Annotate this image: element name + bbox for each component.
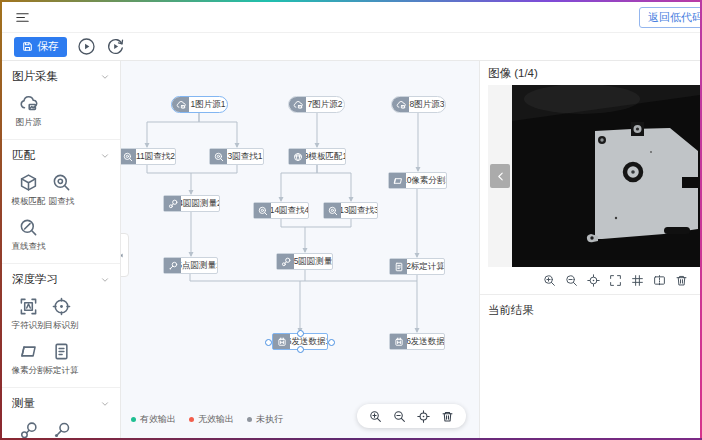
template-cube-icon: [19, 173, 38, 192]
flow-node-label: 14圆查找4: [271, 203, 308, 218]
image-grid-button[interactable]: [631, 274, 644, 287]
image-compare-button[interactable]: [653, 274, 666, 287]
image-zoom-in-button[interactable]: [543, 274, 556, 287]
line-find-icon: [19, 218, 38, 237]
tool-item-label: 模板匹配: [12, 196, 46, 208]
tool-item-label: 目标识别: [45, 320, 79, 332]
sidebar-section-title[interactable]: 匹配: [12, 148, 110, 163]
canvas-zoom-out-button[interactable]: [393, 410, 406, 423]
image-locate-button[interactable]: [587, 274, 600, 287]
delete-icon: [675, 274, 688, 287]
sidebar-collapse-handle[interactable]: [121, 233, 129, 277]
legend-item: 无效输出: [189, 413, 234, 426]
image-delete-button[interactable]: [675, 274, 688, 287]
flow-node[interactable]: 12标定计算1: [389, 258, 445, 275]
pixel-segment-icon: [393, 176, 403, 186]
image-fullscreen-button[interactable]: [609, 274, 622, 287]
node-handle[interactable]: [265, 339, 272, 346]
flow-node-label: 9模板匹配1: [306, 149, 345, 164]
sidebar-section-title[interactable]: 图片采集: [12, 69, 110, 84]
node-handle[interactable]: [297, 346, 304, 353]
tool-item-char-recognition[interactable]: 字符识别: [12, 297, 45, 332]
canvas-locate-button[interactable]: [417, 410, 430, 423]
image-compare-icon: [653, 274, 666, 287]
circle-find-icon: [324, 203, 341, 218]
canvas-delete-button[interactable]: [441, 410, 454, 423]
camera-image[interactable]: [512, 85, 700, 267]
calib-calc-icon: [52, 342, 71, 361]
circle-circle-measure-icon: [19, 421, 38, 438]
tool-item-template-cube[interactable]: 模板匹配: [12, 173, 45, 208]
sidebar-section-title[interactable]: 深度学习: [12, 272, 110, 287]
sidebar-section-title[interactable]: 测量: [12, 396, 110, 411]
flow-node[interactable]: 10像素分割1: [388, 172, 447, 189]
pixel-segment-icon: [389, 173, 406, 188]
flow-node[interactable]: 14圆查找4: [253, 202, 309, 219]
prev-image-button[interactable]: [490, 164, 510, 188]
cloud-image-icon: [176, 100, 186, 110]
tool-item-label: 图片源: [16, 117, 42, 129]
window-frame: 返回低代码 保存 图片采集 图片源 匹配: [0, 0, 702, 440]
image-viewer: [488, 85, 700, 267]
tool-item-calib-calc[interactable]: 标定计算: [45, 342, 78, 377]
flow-node[interactable]: 13圆查找3: [323, 202, 378, 219]
cloud-image-icon: [289, 97, 306, 112]
legend-item: 有效输出: [131, 413, 176, 426]
menu-icon[interactable]: [15, 10, 30, 25]
flow-node[interactable]: 4圆圆测量2: [163, 195, 220, 212]
flow-node[interactable]: 5点圆测量1: [163, 257, 218, 274]
tool-item-circle-find[interactable]: 圆查找: [45, 173, 78, 208]
flow-node[interactable]: 1图片源1: [171, 96, 228, 113]
point-circle-measure-icon: [52, 421, 71, 438]
flow-node[interactable]: 8图片源3: [391, 96, 446, 113]
tool-item-circle-circle-measure[interactable]: 圆圆测量: [12, 421, 45, 438]
point-circle-measure-icon: [164, 258, 181, 273]
canvas-zoom-in-button[interactable]: [369, 410, 382, 423]
send-data-icon: [394, 337, 404, 347]
flow-node[interactable]: 15圆圆测量3: [276, 253, 333, 270]
flow-canvas[interactable]: 1图片源1 7图片源2 8图片源3 11圆查找2 3圆查找1 9模板匹配1 10…: [121, 61, 479, 438]
chevron-down-icon: [100, 275, 110, 285]
node-handle[interactable]: [328, 339, 335, 346]
legend-dot: [189, 417, 194, 422]
back-to-lowcode-button[interactable]: 返回低代码: [639, 7, 700, 28]
step-run-icon: [106, 37, 125, 56]
flow-node[interactable]: 3圆查找1: [209, 148, 264, 165]
tool-item-pixel-segment[interactable]: 像素分割: [12, 342, 45, 377]
tool-item-line-find[interactable]: 直线查找: [12, 218, 45, 253]
app-window: 返回低代码 保存 图片采集 图片源 匹配: [2, 2, 700, 438]
run-button[interactable]: [77, 37, 96, 56]
flow-node[interactable]: 16发送数据2: [389, 333, 445, 350]
main-area: 图片采集 图片源 匹配 模板匹配 圆查找: [2, 61, 700, 438]
flow-node[interactable]: 11圆查找2: [121, 148, 176, 165]
save-icon: [22, 41, 33, 52]
zoom-in-icon: [543, 274, 556, 287]
tool-item-label: 标定计算: [45, 365, 79, 377]
char-recognition-icon: [19, 297, 38, 316]
circle-find-icon: [254, 203, 271, 218]
circle-find-icon: [328, 206, 338, 216]
image-zoom-out-button[interactable]: [565, 274, 578, 287]
target-recognition-icon: [52, 297, 71, 316]
node-handle[interactable]: [297, 330, 304, 337]
sidebar-section: 深度学习 字符识别 目标识别 像素分割 标定计算: [2, 264, 120, 388]
titlebar: 返回低代码: [2, 2, 700, 33]
flow-node[interactable]: 9模板匹配1: [288, 148, 346, 165]
save-button[interactable]: 保存: [14, 37, 67, 57]
step-run-button[interactable]: [106, 37, 125, 56]
tool-item-cloud-image[interactable]: 图片源: [12, 94, 45, 129]
cloud-image-icon: [293, 100, 303, 110]
send-data-icon: [390, 334, 407, 349]
locate-icon: [417, 410, 430, 423]
circle-circle-measure-icon: [277, 254, 294, 269]
flow-node-label: 6发送数据1: [290, 334, 327, 349]
tool-item-label: 圆查找: [49, 196, 75, 208]
point-circle-measure-icon: [168, 261, 178, 271]
send-data-icon: [277, 337, 287, 347]
chevron-left-icon: [495, 171, 506, 182]
tool-item-target-recognition[interactable]: 目标识别: [45, 297, 78, 332]
tool-item-point-circle-measure[interactable]: 点圆测量: [45, 421, 78, 438]
flow-node[interactable]: 6发送数据1: [272, 333, 328, 350]
cloud-image-icon: [19, 94, 38, 113]
flow-node[interactable]: 7图片源2: [288, 96, 345, 113]
